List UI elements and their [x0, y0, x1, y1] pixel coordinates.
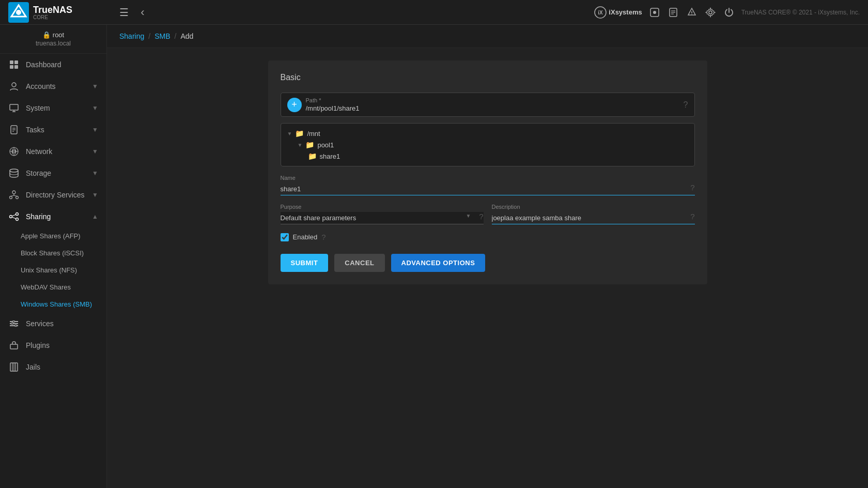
sidebar-item-afp[interactable]: Apple Shares (AFP)	[0, 227, 106, 245]
enabled-help-icon[interactable]: ?	[321, 233, 326, 241]
tree-arrow-mnt: ▼	[287, 131, 292, 136]
user-info: 🔒 root truenas.local	[0, 25, 106, 54]
topbar-left: TrueNAS CORE ☰ ‹	[8, 2, 149, 23]
smb-label: Windows Shares (SMB)	[21, 300, 92, 308]
sidebar-item-webdav[interactable]: WebDAV Shares	[0, 279, 106, 296]
jails-label: Jails	[26, 363, 98, 371]
storage-arrow: ▼	[92, 170, 98, 177]
tree-label-mnt: /mnt	[307, 130, 320, 138]
menu-icon[interactable]: ☰	[118, 6, 130, 19]
breadcrumb-sharing[interactable]: Sharing	[119, 32, 144, 40]
enabled-checkbox[interactable]	[281, 233, 289, 241]
tree-item-mnt[interactable]: ▼ 📁 /mnt	[287, 128, 688, 139]
sharing-icon	[8, 211, 20, 222]
path-add-button[interactable]: +	[287, 98, 302, 112]
description-input[interactable]	[492, 212, 695, 224]
afp-label: Apple Shares (AFP)	[21, 232, 81, 240]
sidebar-item-directory-services[interactable]: Directory Services ▼	[0, 184, 106, 206]
tasks-arrow: ▼	[92, 126, 98, 133]
sidebar-item-smb[interactable]: Windows Shares (SMB)	[0, 296, 106, 313]
name-field: Name ?	[281, 175, 695, 195]
svg-line-39	[12, 215, 16, 216]
svg-point-13	[709, 11, 712, 14]
purpose-field: Purpose Default share parameters No pres…	[281, 204, 484, 224]
sidebar-item-services[interactable]: Services	[0, 313, 106, 334]
sidebar-item-storage[interactable]: Storage ▼	[0, 162, 106, 184]
submit-button[interactable]: SUBMIT	[281, 254, 329, 272]
back-icon[interactable]: ‹	[136, 6, 149, 19]
tree-item-share1[interactable]: 📁 share1	[308, 150, 688, 162]
lock-icon: 🔒	[42, 31, 51, 39]
sidebar-item-sharing[interactable]: Sharing ▲	[0, 206, 106, 227]
svg-rect-14	[10, 60, 13, 64]
enabled-row: Enabled ?	[281, 233, 695, 241]
svg-rect-15	[14, 60, 18, 64]
sidebar-item-jails[interactable]: Jails	[0, 356, 106, 378]
name-input[interactable]	[281, 183, 695, 195]
purpose-help-icon[interactable]: ?	[479, 212, 483, 221]
tree-arrow-pool1: ▼	[298, 142, 303, 148]
path-label: Path *	[306, 97, 679, 103]
svg-text:iX: iX	[598, 10, 603, 16]
button-row: SUBMIT CANCEL ADVANCED OPTIONS	[281, 254, 695, 272]
dashboard-icon	[8, 59, 20, 70]
sidebar-item-plugins[interactable]: Plugins	[0, 334, 106, 356]
main-layout: 🔒 root truenas.local Dashboard Accounts …	[0, 25, 868, 488]
sidebar-item-system[interactable]: System ▼	[0, 97, 106, 119]
sidebar-item-network[interactable]: Network ▼	[0, 141, 106, 162]
accounts-label: Accounts	[26, 82, 86, 90]
truecommand-icon[interactable]	[648, 6, 661, 19]
path-input-wrap: Path *	[306, 97, 679, 112]
svg-point-29	[10, 169, 18, 172]
advanced-options-button[interactable]: ADVANCED OPTIONS	[391, 254, 486, 272]
svg-point-6	[653, 11, 656, 14]
sidebar-item-accounts[interactable]: Accounts ▼	[0, 75, 106, 97]
purpose-description-row: Purpose Default share parameters No pres…	[281, 204, 695, 224]
sidebar-item-dashboard[interactable]: Dashboard	[0, 54, 106, 75]
svg-rect-47	[10, 344, 18, 349]
breadcrumb-sep-2: /	[175, 32, 177, 40]
svg-line-40	[12, 217, 16, 219]
svg-line-34	[11, 195, 14, 196]
description-label: Description	[492, 204, 695, 210]
services-label: Services	[26, 319, 98, 328]
purpose-select[interactable]: Default share parameters No presets Time…	[281, 212, 484, 224]
cancel-button[interactable]: CANCEL	[334, 254, 384, 272]
name-label: Name	[281, 175, 695, 181]
description-help-icon[interactable]: ?	[690, 212, 694, 221]
logo-label: TrueNAS	[33, 5, 72, 15]
settings-icon[interactable]	[704, 6, 717, 19]
svg-rect-44	[13, 321, 14, 323]
form-card: Basic + Path * ? ▼ 📁 /mnt ▼	[268, 60, 707, 284]
services-icon	[8, 318, 20, 329]
sharing-arrow: ▲	[92, 213, 98, 220]
network-icon	[8, 146, 20, 157]
tree-children-mnt: ▼ 📁 pool1 📁 share1	[287, 139, 688, 162]
tree-item-pool1[interactable]: ▼ 📁 pool1	[298, 139, 688, 150]
truenas-logo	[8, 2, 29, 23]
svg-point-38	[16, 218, 19, 221]
sidebar-item-tasks[interactable]: Tasks ▼	[0, 119, 106, 141]
topbar-right: iX iXsystems TrueNAS CORE® © 2021 - iXsy…	[594, 6, 860, 19]
breadcrumb-smb[interactable]: SMB	[154, 32, 170, 40]
sidebar: 🔒 root truenas.local Dashboard Accounts …	[0, 25, 107, 488]
svg-point-36	[16, 213, 19, 216]
jails-icon	[8, 361, 20, 373]
name-help-icon[interactable]: ?	[690, 183, 694, 192]
svg-rect-16	[10, 65, 13, 69]
network-arrow: ▼	[92, 148, 98, 155]
path-input[interactable]	[306, 104, 679, 112]
folder-icon-share1: 📁	[308, 152, 317, 160]
alerts-icon[interactable]	[686, 6, 698, 19]
sidebar-item-nfs[interactable]: Unix Shares (NFS)	[0, 262, 106, 279]
accounts-arrow: ▼	[92, 83, 98, 90]
changelog-icon[interactable]	[667, 6, 679, 19]
svg-rect-17	[14, 65, 18, 69]
svg-point-12	[691, 14, 692, 15]
svg-rect-45	[11, 323, 13, 325]
directory-services-label: Directory Services	[26, 191, 86, 199]
path-help-icon[interactable]: ?	[684, 100, 688, 110]
purpose-label: Purpose	[281, 204, 484, 210]
power-icon[interactable]	[723, 6, 735, 19]
sidebar-item-iscsi[interactable]: Block Shares (iSCSI)	[0, 245, 106, 262]
